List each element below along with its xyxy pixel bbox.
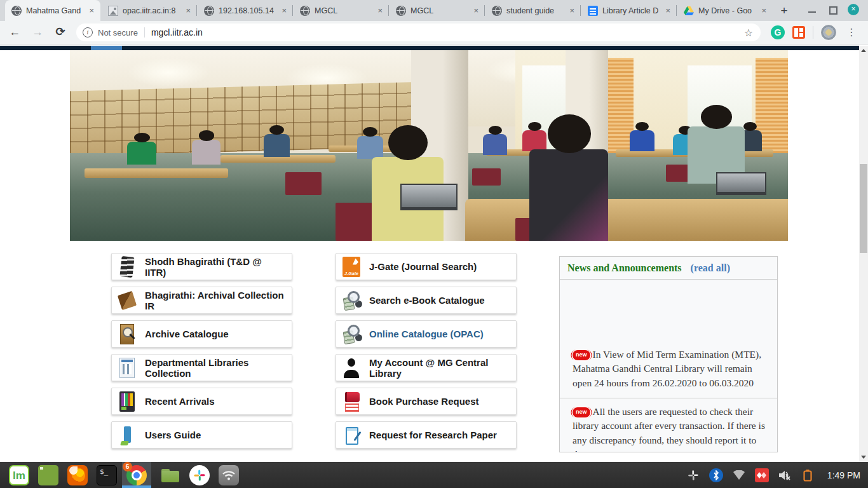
google-docs-favicon — [588, 6, 598, 16]
wifi-tray-icon[interactable] — [732, 468, 746, 482]
tab-close-icon[interactable]: × — [280, 6, 288, 15]
tab-title: 192.168.105.14 — [219, 6, 276, 15]
book-search-icon — [343, 324, 360, 344]
back-icon[interactable]: ← — [6, 24, 23, 41]
photo-student-foreground — [529, 149, 608, 241]
tab-close-icon[interactable]: × — [376, 6, 384, 15]
battery-icon[interactable] — [801, 468, 815, 482]
tab-mgcl-2[interactable]: MGCL × — [390, 0, 485, 21]
address-bar[interactable]: i Not secure mgcl.iitr.ac.in ☆ — [76, 24, 761, 41]
mint-menu-button[interactable]: lm — [9, 465, 29, 485]
profile-avatar[interactable] — [821, 25, 836, 40]
link-book-purchase[interactable]: Book Purchase Request — [336, 388, 517, 415]
link-departmental-libraries[interactable]: Departmental Libraries Collection — [111, 354, 292, 381]
link-label: Online Catalogue (OPAC) — [369, 329, 484, 339]
extension-area: G ⋮ — [761, 25, 868, 40]
scroll-down-icon[interactable] — [859, 453, 868, 462]
site-navbar-active-item[interactable] — [91, 46, 122, 50]
slack-icon[interactable] — [189, 465, 210, 485]
link-archive-catalogue[interactable]: Archive Catalogue — [111, 320, 292, 348]
info-icon[interactable]: i — [83, 27, 93, 37]
image-favicon — [108, 6, 118, 16]
jgate-logo-icon — [342, 257, 360, 277]
browser-toolbar: ← → ⟳ i Not secure mgcl.iitr.ac.in ☆ G ⋮ — [0, 21, 868, 44]
read-all-link[interactable]: (read all) — [691, 262, 730, 274]
tab-close-icon[interactable]: × — [472, 6, 480, 15]
grammarly-extension-icon[interactable]: G — [771, 25, 785, 39]
link-label: Archive Catalogue — [145, 329, 229, 339]
reload-icon[interactable]: ⟳ — [52, 24, 69, 41]
tab-mgcl-1[interactable]: MGCL × — [294, 0, 389, 21]
link-users-guide[interactable]: Users Guide — [111, 421, 292, 449]
tab-title: Mahatma Gand — [26, 6, 83, 15]
news-item-text: All the users are requested to check the… — [573, 406, 765, 452]
volume-muted-icon[interactable] — [778, 468, 792, 482]
wifi-app-icon[interactable] — [219, 465, 239, 485]
tab-title: MGCL — [410, 6, 468, 15]
link-label: Recent Arrivals — [145, 396, 215, 407]
show-desktop-button[interactable] — [38, 465, 58, 485]
security-label: Not secure — [98, 28, 138, 37]
window-close-icon[interactable]: × — [848, 4, 859, 15]
bookshelf-icon — [119, 391, 135, 412]
terminal-icon[interactable]: $_ — [97, 465, 117, 485]
chrome-taskbar-item[interactable]: 6 — [122, 462, 151, 488]
globe-favicon — [204, 6, 214, 16]
link-shodh-bhagirathi[interactable]: Shodh Bhagirathi (T&D @ IITR) — [111, 253, 292, 280]
tab-library-article[interactable]: Library Article D × — [581, 0, 677, 21]
page-scrollbar[interactable] — [859, 46, 868, 462]
new-tab-button[interactable]: + — [776, 3, 792, 18]
tab-opac[interactable]: opac.iitr.ac.in:8 × — [102, 0, 197, 21]
scroll-up-icon[interactable] — [859, 46, 868, 55]
link-label: Search e-Book Catalogue — [369, 295, 485, 306]
restore-icon[interactable] — [827, 4, 837, 15]
link-search-ebook[interactable]: Search e-Book Catalogue — [336, 287, 517, 314]
scrollbar-thumb[interactable] — [860, 164, 867, 253]
firefox-icon[interactable] — [67, 465, 88, 485]
anydesk-icon[interactable] — [755, 468, 769, 482]
desktop-screen: Mahatma Gand × opac.iitr.ac.in:8 × 192.1… — [0, 0, 868, 488]
link-recent-arrivals[interactable]: Recent Arrivals — [111, 388, 292, 415]
link-label: Shodh Bhagirathi (T&D @ IITR) — [145, 256, 285, 278]
photo-laptop — [400, 184, 458, 210]
book-search-icon — [343, 290, 360, 311]
slack-tray-icon[interactable] — [686, 468, 700, 482]
tab-strip: Mahatma Gand × opac.iitr.ac.in:8 × 192.1… — [0, 0, 868, 21]
tab-title: MGCL — [315, 6, 372, 15]
link-bhagirathi-archival[interactable]: Bhagirathi: Archival Collection IR — [111, 287, 292, 314]
tab-close-icon[interactable]: × — [184, 6, 192, 15]
tab-title: opac.iitr.ac.in:8 — [123, 6, 180, 15]
orange-grid-extension-icon[interactable] — [792, 26, 805, 39]
page-viewport: Shodh Bhagirathi (T&D @ IITR) Bhagirathi… — [0, 44, 868, 462]
url-text[interactable]: mgcl.iitr.ac.in — [151, 27, 743, 37]
tab-close-icon[interactable]: × — [88, 6, 95, 15]
news-panel: News and Announcements (read all) newIn … — [559, 256, 778, 452]
link-label: Request for Research Paper — [369, 430, 497, 440]
link-jgate[interactable]: J-Gate (Journal Search) — [336, 253, 517, 280]
tab-my-drive[interactable]: My Drive - Goo × — [677, 0, 773, 21]
bookmark-star-icon[interactable]: ☆ — [743, 27, 754, 39]
tab-title: Library Article D — [602, 6, 660, 15]
link-research-paper[interactable]: Request for Research Paper — [336, 421, 517, 449]
link-opac[interactable]: Online Catalogue (OPAC) — [336, 320, 517, 348]
tab-student-guide[interactable]: student guide × — [485, 0, 581, 21]
tab-mahatma-gandhi[interactable]: Mahatma Gand × — [5, 0, 100, 21]
browser-menu-icon[interactable]: ⋮ — [844, 29, 859, 36]
file-manager-icon[interactable] — [160, 465, 180, 485]
globe-favicon — [492, 6, 502, 16]
forward-icon[interactable]: → — [29, 24, 46, 41]
link-label: Departmental Libraries Collection — [145, 357, 285, 379]
link-my-account[interactable]: My Account @ MG Central Library — [336, 354, 517, 381]
new-badge: new — [573, 350, 590, 360]
tab-ip-address[interactable]: 192.168.105.14 × — [198, 0, 293, 21]
bluetooth-icon[interactable] — [709, 468, 723, 482]
clock[interactable]: 1:49 PM — [827, 470, 860, 480]
news-item: newAll the users are requested to check … — [560, 398, 777, 452]
globe-favicon — [300, 6, 310, 16]
photo-laptop — [716, 172, 766, 195]
tab-close-icon[interactable]: × — [568, 6, 576, 15]
tab-close-icon[interactable]: × — [760, 6, 768, 15]
site-navbar-strip — [0, 46, 859, 50]
minimize-icon[interactable] — [807, 4, 817, 15]
tab-close-icon[interactable]: × — [664, 6, 672, 15]
